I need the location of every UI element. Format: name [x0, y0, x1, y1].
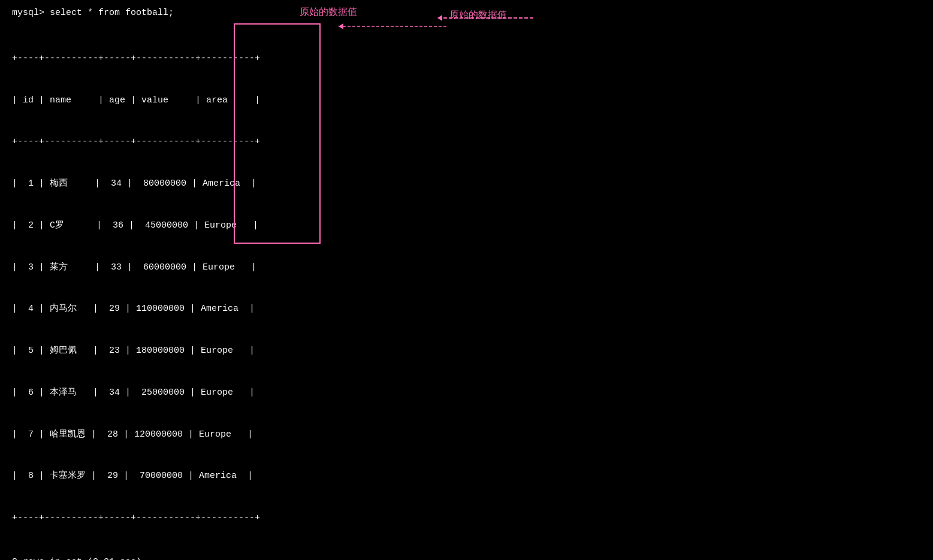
- top-border-2: +----+----------+-----+-----------+-----…: [12, 135, 260, 149]
- row-count-section: 8 rows in set (0.01 sec): [12, 555, 921, 560]
- original-data-label: 原始的数据值: [300, 6, 357, 19]
- dashed-arrow-top: [336, 19, 455, 34]
- top-row-2: | 2 | C罗 | 36 | 45000000 | Europe |: [12, 219, 260, 232]
- top-row-7: | 7 | 哈里凯恩 | 28 | 120000000 | Europe |: [12, 428, 260, 441]
- top-table: +----+----------+-----+-----------+-----…: [12, 23, 260, 553]
- row-count: 8 rows in set (0.01 sec): [12, 555, 921, 560]
- original-data-label-pos: 原始的数据值: [449, 9, 507, 22]
- top-table-container: +----+----------+-----+-----------+-----…: [12, 23, 260, 553]
- arrow-container-top: [336, 19, 455, 37]
- top-row-5: | 5 | 姆巴佩 | 23 | 180000000 | Europe |: [12, 344, 260, 358]
- top-border-1: +----+----------+-----+-----------+-----…: [12, 52, 260, 65]
- top-row-8: | 8 | 卡塞米罗 | 29 | 70000000 | America |: [12, 469, 260, 483]
- svg-marker-3: [339, 23, 343, 29]
- top-border-3: +----+----------+-----+-----------+-----…: [12, 511, 260, 525]
- top-row-4: | 4 | 内马尔 | 29 | 110000000 | America |: [12, 302, 260, 316]
- top-row-6: | 6 | 本泽马 | 34 | 25000000 | Europe |: [12, 386, 260, 399]
- top-row-1: | 1 | 梅西 | 34 | 80000000 | America |: [12, 177, 260, 190]
- top-row-3: | 3 | 莱方 | 33 | 60000000 | Europe |: [12, 261, 260, 274]
- top-header: | id | name | age | value | area |: [12, 93, 260, 107]
